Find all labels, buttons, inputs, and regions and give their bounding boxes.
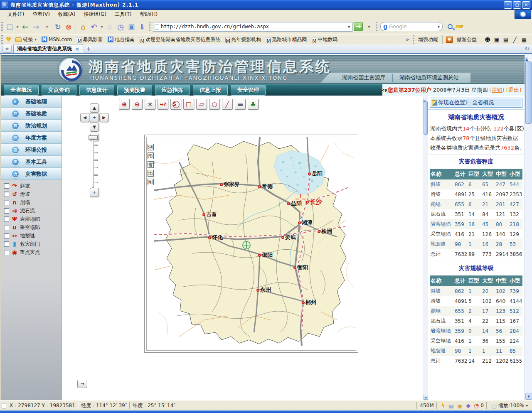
layer-checkbox[interactable] <box>4 250 9 255</box>
sidebar-group[interactable]: ⊠ 防治规划 <box>1 120 62 132</box>
forward-icon[interactable]: → <box>31 22 41 32</box>
window-titlebar[interactable]: 湖南省地质灾害信息系统 - 傲游(Maxthon) 2.1.1 ─▢× <box>0 0 532 10</box>
link-item[interactable]: M 中地数码 <box>312 36 337 43</box>
lightning-icon[interactable]: ϟ <box>441 402 445 409</box>
banner-link[interactable]: 湖南省地质环境监测总站 <box>399 74 459 81</box>
sidebar-icon[interactable]: ▣ <box>126 22 136 32</box>
zoom-in-icon[interactable]: ⊕ <box>119 99 130 110</box>
charity-link[interactable]: 傲游公益 <box>457 36 477 43</box>
map-city[interactable]: 怀化 <box>208 234 223 241</box>
dropdown-caret-icon[interactable]: ▾ <box>15 22 20 32</box>
layer-label[interactable]: 崩塌 <box>20 199 30 206</box>
new-window-icon[interactable]: ▣ <box>457 402 463 409</box>
scroll-thumb[interactable] <box>424 101 428 135</box>
sidebar-group[interactable]: ▥ 环境公报 <box>1 144 62 156</box>
map-city[interactable]: 娄底 <box>281 234 296 241</box>
map-canvas[interactable]: 张家界常德岳阳益阳长沙吉首湘潭株洲怀化娄底邵阳衡阳永州郴州 <box>154 137 356 350</box>
banner-link[interactable]: 湖南省国土资源厅 <box>342 74 385 81</box>
nav-tab[interactable]: 安全管理 <box>231 85 266 96</box>
nav-tab[interactable]: 全省概况 <box>4 85 39 96</box>
active-tab[interactable]: 湖南省地质灾害信息系统 × <box>13 44 83 53</box>
sidebar-group[interactable]: ▤ 年度方案 <box>1 132 62 144</box>
rect-select-icon[interactable]: □ <box>183 99 194 110</box>
go-button[interactable]: → <box>354 22 363 31</box>
popup-blocker-icon[interactable]: ◔ <box>474 402 479 409</box>
dropdown-caret-icon[interactable]: ▾ <box>100 22 104 32</box>
layer-checkbox[interactable] <box>4 233 9 238</box>
menu-item[interactable]: 收藏(A) <box>54 10 80 19</box>
page-scrollbar[interactable]: ▲ ▼ <box>525 54 532 400</box>
map-city[interactable]: 益阳 <box>287 200 302 207</box>
search-icon[interactable] <box>448 24 453 29</box>
history-dropdown-icon[interactable]: ▾ <box>42 22 52 32</box>
download-icon[interactable]: ⇓ <box>137 22 147 32</box>
layer-label[interactable]: 岩溶塌陷 <box>20 216 40 223</box>
logout-link[interactable]: [注销] <box>490 86 505 94</box>
layer-label[interactable]: 地裂缝 <box>20 232 35 239</box>
back-icon[interactable]: ← <box>20 22 30 32</box>
layer-checkbox[interactable] <box>4 200 9 205</box>
link-item[interactable]: M 觅路城市精品网 <box>266 36 307 43</box>
filter-icon[interactable]: ◆ <box>466 402 470 409</box>
stop-icon[interactable]: ⊗ <box>64 22 74 32</box>
pan-up-button[interactable]: ▲ <box>90 103 99 113</box>
layer-checkbox[interactable] <box>4 216 9 222</box>
zoom-dropdown-icon[interactable]: ▾ <box>526 403 528 408</box>
menu-item[interactable]: 工具(T) <box>111 10 136 19</box>
links-folder[interactable]: 链接 ▾ <box>15 36 36 43</box>
sidebar-group[interactable]: ⊡ 基础地质 <box>1 108 62 120</box>
nav-tab[interactable]: 预测预警 <box>117 85 152 96</box>
sidebar-group[interactable]: ⊞ 基本工具 <box>1 156 62 168</box>
layer-checkbox[interactable] <box>4 241 9 247</box>
nav-tab[interactable]: 信息上报 <box>193 85 228 96</box>
zoom-in-step-button[interactable]: + <box>90 188 99 197</box>
layer-label[interactable]: 泥石流 <box>20 207 35 214</box>
new-page-icon[interactable]: □ <box>5 22 15 32</box>
panel-scrollbar[interactable]: ▲ ▼ <box>423 96 428 400</box>
map-hscroll-right-button[interactable]: → <box>77 380 87 388</box>
menu-item[interactable]: 查看(V) <box>28 10 54 19</box>
scroll-thumb[interactable] <box>525 61 532 124</box>
pan-icon[interactable]: ∗ <box>145 99 155 110</box>
tab-star-button[interactable]: ★ <box>2 45 12 53</box>
wand-icon[interactable]: ☆ <box>105 22 115 32</box>
search-input[interactable]: Google <box>389 24 438 30</box>
layer-label[interactable]: 救灾部门 <box>20 241 40 248</box>
close-button[interactable]: × <box>522 1 530 9</box>
layer-checkbox[interactable] <box>4 192 9 197</box>
nav-tab[interactable]: 应急指挥 <box>155 85 190 96</box>
proxy-icon[interactable]: ▤ <box>448 402 454 409</box>
notes-icon[interactable]: ▤ <box>502 37 509 43</box>
pan-down-button[interactable]: ▼ <box>90 123 99 132</box>
nav-tab[interactable]: 信息统计 <box>79 85 114 96</box>
select-s-icon[interactable]: S <box>170 99 181 110</box>
link-item[interactable]: M MSN.com <box>42 36 72 43</box>
layer-label[interactable]: 滑坡 <box>20 191 30 198</box>
resize-icon[interactable]: ◳ <box>491 402 497 409</box>
map-city[interactable]: 衡阳 <box>293 264 308 271</box>
plugins-button[interactable]: 增强功能 <box>418 36 438 43</box>
sidebar-group[interactable]: » 基础地理 <box>1 96 62 108</box>
map-city[interactable]: 郴州 <box>302 299 316 306</box>
map-city[interactable]: 邵阳 <box>258 251 273 259</box>
scroll-up-icon[interactable]: ▲ <box>525 57 528 61</box>
link-item[interactable]: M 欢迎登陆湖南省地质灾害信息系统 <box>140 36 220 43</box>
zoom-slider-handle[interactable] <box>89 135 98 140</box>
layer-checkbox[interactable] <box>4 208 9 214</box>
address-dropdown-icon[interactable]: ▾ <box>347 25 351 29</box>
link-item[interactable]: M 暴风影音 <box>77 36 103 43</box>
zoom-out-icon[interactable]: ⊖ <box>132 99 143 110</box>
scroll-down-icon[interactable]: ▼ <box>424 395 428 400</box>
layer-label[interactable]: 斜坡 <box>20 182 30 189</box>
address-url[interactable]: http://dzzh.hndh.gov.cn/gridweb.aspx <box>161 24 347 30</box>
map-city[interactable]: 吉首 <box>202 211 217 218</box>
search-box[interactable]: g Google ▾ <box>380 22 443 31</box>
address-bar[interactable]: http://dzzh.hndh.gov.cn/gridweb.aspx ▾ <box>153 22 352 32</box>
home-icon[interactable]: ⌂ <box>78 22 88 32</box>
map-city[interactable]: 张家界 <box>220 181 240 188</box>
refresh-icon[interactable]: ↻ <box>53 22 63 32</box>
layer-label[interactable]: 重点灾点 <box>20 249 40 256</box>
link-item[interactable]: M 电台指南 <box>108 36 135 43</box>
zoom-level[interactable]: 缩放:100% <box>498 402 524 409</box>
map-city[interactable]: 湘潭 <box>298 219 313 226</box>
